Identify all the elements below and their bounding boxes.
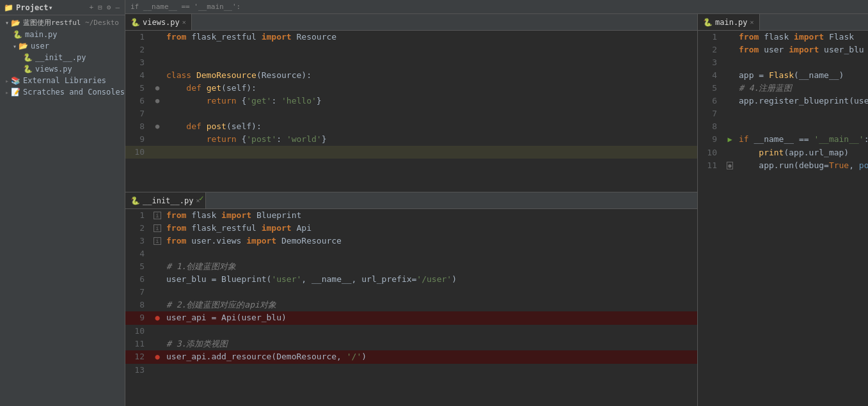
line-number: 10: [125, 325, 151, 338]
table-row: 5 # 4.注册蓝图: [698, 82, 868, 95]
views-py-editor: 🐍 views.py ✕ 1 from flask_restful import…: [125, 14, 697, 192]
line-code: [164, 43, 697, 56]
line-code: from flask import Blueprint: [164, 209, 697, 222]
table-row: 2 from user import user_blu: [698, 43, 868, 56]
py-icon: 🐍: [130, 196, 140, 205]
line-gutter: ●: [151, 311, 164, 325]
table-row: 10: [125, 146, 697, 159]
table-row: 3 i from user.views import DemoResource: [125, 235, 697, 247]
line-gutter: i: [151, 222, 164, 235]
line-code: from flask import Flask: [736, 31, 868, 43]
line-gutter: [151, 43, 164, 56]
table-row: 6 app.register_blueprint(user_blu): [698, 95, 868, 107]
tree-item-user-folder[interactable]: ▾ 📂 user: [0, 40, 125, 52]
line-code: [164, 107, 697, 120]
init-py-editor: 🐍 __init__.py ✕ ✓ 1 i from flask import …: [125, 192, 697, 406]
tab-views-py-label: views.py: [143, 18, 180, 27]
line-code: # 1.创建蓝图对象: [164, 260, 697, 273]
line-gutter: ●: [151, 82, 164, 95]
line-number: 3: [125, 56, 151, 69]
line-code: [736, 107, 868, 120]
close-icon[interactable]: ✕: [750, 19, 754, 26]
table-row: 5 # 1.创建蓝图对象: [125, 260, 697, 273]
line-gutter: [723, 146, 736, 159]
line-number: 4: [698, 69, 723, 82]
add-icon[interactable]: +: [88, 3, 95, 12]
minimize-icon[interactable]: —: [114, 3, 121, 12]
line-gutter: [723, 43, 736, 56]
table-row: 4: [125, 247, 697, 260]
tab-main-py-label: main.py: [715, 18, 748, 27]
line-number: 2: [125, 43, 151, 56]
init-py-code-table: 1 i from flask import Blueprint 2 i from…: [125, 209, 697, 377]
table-row: 3: [698, 56, 868, 69]
line-number: 12: [125, 350, 151, 364]
table-row: 5 ● def get(self):: [125, 82, 697, 95]
table-row: 3: [125, 56, 697, 69]
line-gutter: ●: [151, 120, 164, 133]
table-row: 8 # 2.创建蓝图对应的api对象: [125, 299, 697, 311]
checkmark-icon: ✓: [199, 194, 203, 203]
line-gutter: i: [151, 235, 164, 247]
arrow-icon: ▸: [5, 77, 9, 84]
editor-split: 🐍 views.py ✕ 1 from flask_restful import…: [125, 14, 868, 406]
project-header[interactable]: 📁 Project▾ + ⊟ ⚙ —: [0, 0, 125, 15]
line-number: 6: [125, 95, 151, 107]
collapse-icon[interactable]: ⊟: [97, 3, 104, 12]
tree-item-scratches[interactable]: ▸ 📝 Scratches and Consoles: [0, 86, 125, 98]
main-py-code-area[interactable]: 1 from flask import Flask 2 from user im…: [698, 31, 868, 406]
breadcrumb-bar: if __name__ == '__main__':: [125, 0, 868, 14]
tree-item-root[interactable]: ▾ 📂 蓝图使用restful ~/Deskto: [0, 17, 125, 29]
file-tree: ▾ 📂 蓝图使用restful ~/Deskto 🐍 main.py ▾ 📂 u…: [0, 15, 125, 406]
line-gutter: ●: [151, 95, 164, 107]
breakpoint-icon: ●: [155, 313, 159, 322]
line-code: [164, 325, 697, 338]
line-gutter: [151, 325, 164, 338]
py-file-icon: 🐍: [23, 65, 33, 74]
arrow-icon: ▾: [5, 19, 9, 26]
line-code: [164, 286, 697, 299]
tab-init-py[interactable]: 🐍 __init__.py ✕ ✓: [125, 192, 206, 208]
line-number: 3: [125, 235, 151, 247]
folder-icon: 📂: [19, 42, 28, 51]
tab-main-py[interactable]: 🐍 main.py ✕: [698, 14, 760, 30]
tree-item-main-py[interactable]: 🐍 main.py: [0, 29, 125, 40]
line-code: user_api.add_resource(DemoResource, '/'): [164, 350, 697, 364]
tab-views-py[interactable]: 🐍 views.py ✕: [125, 14, 192, 30]
py-file-icon: 🐍: [13, 30, 22, 39]
close-icon[interactable]: ✕: [182, 19, 186, 26]
init-tab-bar: 🐍 __init__.py ✕ ✓: [125, 192, 697, 209]
run-arrow-icon: ▶: [727, 135, 732, 144]
tree-item-init-py[interactable]: 🐍 __init__.py: [0, 52, 125, 63]
line-gutter: [723, 56, 736, 69]
settings-icon[interactable]: ⚙: [106, 3, 113, 12]
sidebar: 📁 Project▾ + ⊟ ⚙ — ▾ 📂 蓝图使用restful ~/Des…: [0, 0, 125, 406]
tree-item-views-py[interactable]: 🐍 views.py: [0, 63, 125, 75]
table-row: 7: [698, 107, 868, 120]
line-number: 9: [125, 311, 151, 325]
line-gutter: [723, 82, 736, 95]
table-row: 2: [125, 43, 697, 56]
views-py-code-area[interactable]: 1 from flask_restful import Resource 2 3: [125, 31, 697, 192]
line-code: app.register_blueprint(user_blu): [736, 95, 868, 107]
table-row: 11 # 3.添加类视图: [125, 338, 697, 350]
line-code: def post(self):: [164, 120, 697, 133]
sidebar-toolbar: + ⊟ ⚙ —: [88, 3, 122, 12]
table-row: 6 user_blu = Blueprint('user', __name__,…: [125, 273, 697, 286]
tree-label-views-py: views.py: [35, 65, 72, 74]
table-row: 1 from flask_restful import Resource: [125, 31, 697, 43]
project-title: Project▾: [16, 3, 53, 12]
line-number: 5: [125, 260, 151, 273]
line-code: # 4.注册蓝图: [736, 82, 868, 95]
main-tab-bar: 🐍 main.py ✕: [698, 14, 868, 31]
tree-item-external-libraries[interactable]: ▸ 📚 External Libraries: [0, 75, 125, 86]
line-number: 11: [698, 159, 723, 172]
table-row: 6 ● return {'get': 'hello'}: [125, 95, 697, 107]
init-py-code-area[interactable]: 1 i from flask import Blueprint 2 i from…: [125, 209, 697, 406]
project-icon: 📁: [4, 3, 13, 12]
line-number: 1: [125, 209, 151, 222]
folder-icon: 📂: [11, 19, 20, 27]
table-row: 9 ▶ if __name__ == '__main__':: [698, 133, 868, 146]
line-code: from user.views import DemoResource: [164, 235, 697, 247]
line-gutter: [723, 120, 736, 133]
